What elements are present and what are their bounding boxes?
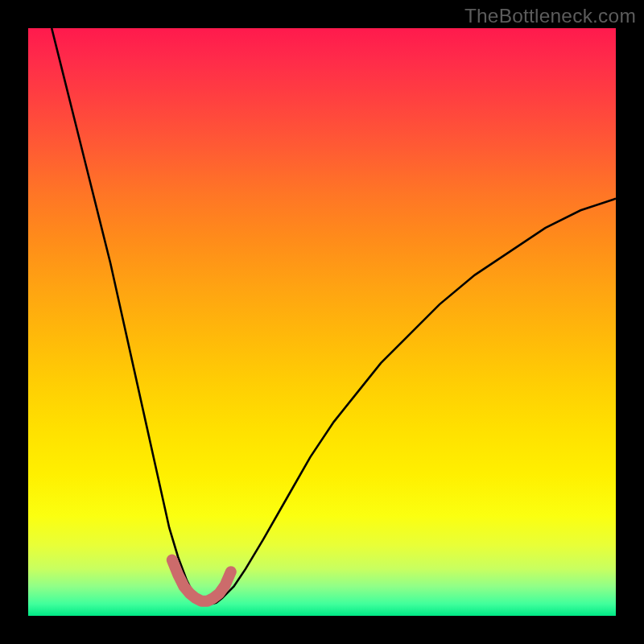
curve-left-branch: [52, 28, 210, 604]
outer-frame: TheBottleneck.com: [0, 0, 644, 644]
plot-area: [28, 28, 616, 616]
curve-layer: [28, 28, 616, 616]
curve-right-branch: [210, 199, 616, 605]
watermark-text: TheBottleneck.com: [464, 5, 636, 27]
